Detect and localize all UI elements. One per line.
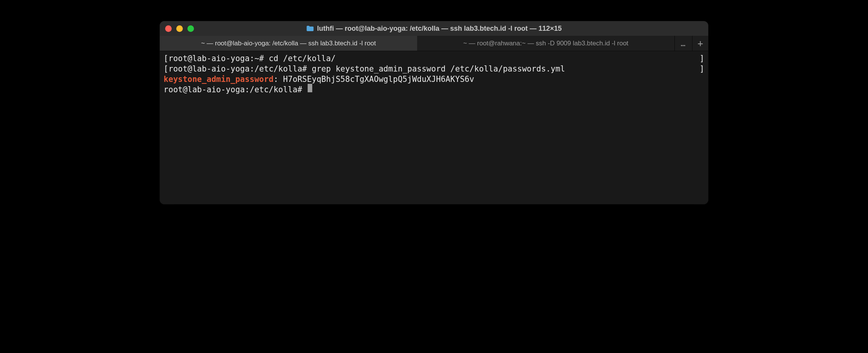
terminal-line: keystone_admin_password: H7oRSEyqBhjS58c… <box>164 74 704 85</box>
window-title: luthfi — root@lab-aio-yoga: /etc/kolla —… <box>306 25 562 33</box>
terminal-line: [root@lab-aio-yoga:/etc/kolla# grep keys… <box>164 64 704 74</box>
terminal-line: root@lab-aio-yoga:/etc/kolla# <box>164 85 704 95</box>
tab-add-button[interactable]: + <box>692 36 708 51</box>
bracket-left: [ <box>164 64 168 74</box>
titlebar[interactable]: luthfi — root@lab-aio-yoga: /etc/kolla —… <box>160 21 708 36</box>
tabbar: ~ — root@lab-aio-yoga: /etc/kolla — ssh … <box>160 36 708 51</box>
tab-label: ~ — root@rahwana:~ — ssh -D 9009 lab3.bt… <box>463 40 628 47</box>
cursor <box>308 84 312 92</box>
command: grep keystone_admin_password /etc/kolla/… <box>312 64 565 74</box>
output-value: H7oRSEyqBhjS58cTgXAOwglpQ5jWduXJH6AKYS6v <box>283 74 474 85</box>
prompt: root@lab-aio-yoga:/etc/kolla# <box>168 64 311 74</box>
tab-label: ~ — root@lab-aio-yoga: /etc/kolla — ssh … <box>201 40 376 47</box>
output-sep: : <box>273 74 283 85</box>
terminal-window: luthfi — root@lab-aio-yoga: /etc/kolla —… <box>160 21 708 204</box>
terminal-line: [root@lab-aio-yoga:~# cd /etc/kolla/] <box>164 53 704 64</box>
minimize-button[interactable] <box>176 25 183 32</box>
tab-0[interactable]: ~ — root@lab-aio-yoga: /etc/kolla — ssh … <box>160 36 417 51</box>
command: cd /etc/kolla/ <box>269 53 336 64</box>
add-icon: + <box>697 38 703 49</box>
bracket-right: ] <box>700 64 704 74</box>
bracket-right: ] <box>700 53 704 64</box>
folder-icon <box>306 25 314 32</box>
output-key: keystone_admin_password <box>164 74 273 85</box>
prompt: root@lab-aio-yoga:~# <box>168 53 268 64</box>
close-button[interactable] <box>165 25 172 32</box>
traffic-lights <box>165 25 194 32</box>
tab-1[interactable]: ~ — root@rahwana:~ — ssh -D 9009 lab3.bt… <box>417 36 674 51</box>
window-title-text: luthfi — root@lab-aio-yoga: /etc/kolla —… <box>317 25 562 33</box>
tab-more-button[interactable]: … <box>674 36 692 51</box>
terminal-body[interactable]: [root@lab-aio-yoga:~# cd /etc/kolla/] [r… <box>160 51 708 204</box>
maximize-button[interactable] <box>187 25 194 32</box>
bracket-left: [ <box>164 53 168 64</box>
prompt: root@lab-aio-yoga:/etc/kolla# <box>164 85 307 95</box>
more-icon: … <box>681 39 686 48</box>
